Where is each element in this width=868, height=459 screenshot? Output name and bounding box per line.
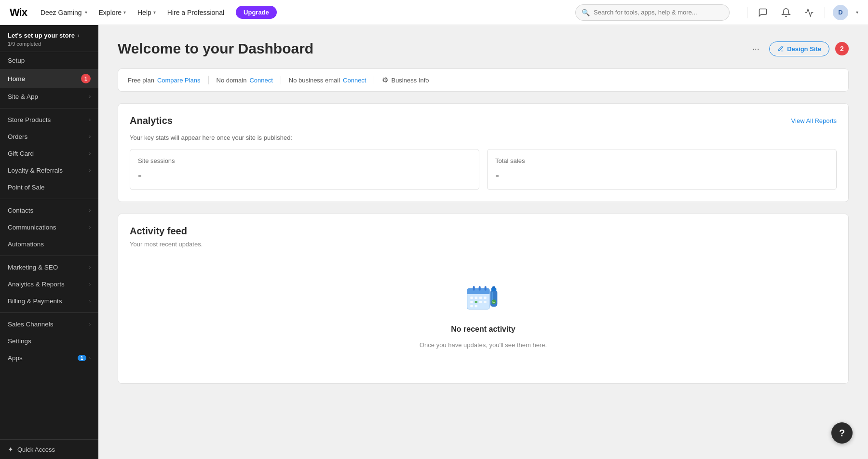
page-header: Welcome to your Dashboard ··· Design Sit… [118,40,849,57]
sidebar-item-analytics[interactable]: Analytics & Reports › [0,276,98,293]
activity-empty-state: % No recent activity Once you have updat… [130,256,837,372]
sidebar-item-setup[interactable]: Setup [0,52,98,69]
svg-rect-18 [492,286,496,288]
sidebar-item-home[interactable]: Home 1 [0,69,98,88]
sidebar-item-site-app[interactable]: Site & App › [0,88,98,105]
notification-badge[interactable]: 2 [835,42,849,55]
view-all-reports-link[interactable]: View All Reports [791,117,837,124]
sidebar-sep-4 [0,312,98,313]
connect-domain-link[interactable]: Connect [249,77,272,84]
sidebar-sep-1 [0,108,98,108]
avatar-chevron[interactable]: ▾ [856,10,858,15]
nav-hire[interactable]: Hire a Professional [167,9,224,16]
quick-access-button[interactable]: ✦ Quick Access [8,446,91,453]
svg-rect-3 [473,286,475,290]
sidebar-apps-label: Apps [8,354,23,362]
sidebar-item-marketing[interactable]: Marketing & SEO › [0,259,98,276]
main-layout: Let's set up your store › 1/9 completed … [0,25,868,459]
analytics-card: Analytics View All Reports Your key stat… [118,103,849,202]
site-selector[interactable]: Deez Gaming ▾ [41,9,87,16]
search-bar[interactable]: 🔍 [575,4,730,21]
more-options-button[interactable]: ··· [748,41,763,56]
sidebar-item-contacts[interactable]: Contacts › [0,202,98,219]
info-business[interactable]: ⚙ Business Info [382,76,429,84]
search-input[interactable] [594,9,723,16]
sidebar-item-communications[interactable]: Communications › [0,219,98,236]
sidebar-item-orders[interactable]: Orders › [0,128,98,145]
marketing-chevron: › [89,265,91,270]
billing-chevron: › [89,298,91,304]
sidebar-bottom: ✦ Quick Access [0,439,98,459]
bell-icon-btn[interactable] [778,5,794,20]
gear-icon: ⚙ [382,76,388,84]
analytics-card-header: Analytics View All Reports [130,115,837,126]
svg-rect-6 [470,297,473,299]
compare-plans-link[interactable]: Compare Plans [157,77,201,84]
info-bar: Free plan Compare Plans No domain Connec… [118,68,849,92]
upgrade-button[interactable]: Upgrade [236,6,277,19]
info-sep-2 [281,76,281,84]
sidebar-item-settings[interactable]: Settings [0,333,98,350]
top-nav: Wix Deez Gaming ▾ Explore ▾ Help ▾ Hire … [0,0,868,25]
sidebar-item-apps[interactable]: Apps 1 › [0,350,98,366]
nav-icons: D ▾ [747,5,858,20]
stat-sales-label: Total sales [495,157,828,164]
sidebar-header: Let's set up your store › 1/9 completed [0,25,98,52]
announce-icon-btn[interactable] [801,5,817,20]
sidebar-site-app-label: Site & App [8,93,38,100]
svg-rect-15 [475,305,477,308]
help-fab-button[interactable]: ? [831,422,853,444]
site-name: Deez Gaming [41,9,82,16]
home-badge: 1 [81,74,91,83]
svg-rect-10 [470,301,473,303]
nav-divider-2 [825,7,825,18]
sidebar-sales-channels-label: Sales Channels [8,321,54,328]
info-sep-1 [208,76,209,84]
no-domain-label: No domain [217,77,247,84]
sidebar-item-loyalty[interactable]: Loyalty & Referrals › [0,162,98,179]
store-products-chevron: › [89,117,91,122]
activity-feed-card: Activity feed Your most recent updates. [118,214,849,384]
sidebar-item-gift-card[interactable]: Gift Card › [0,145,98,162]
activity-empty-title: No recent activity [451,325,515,334]
site-app-chevron: › [89,94,91,99]
sidebar-setup-label: Setup [8,57,25,64]
page-header-actions: ··· Design Site 2 [748,41,849,56]
stat-box-sessions: Site sessions - [130,149,479,190]
sidebar-item-automations[interactable]: Automations [0,236,98,253]
svg-rect-9 [484,297,486,299]
design-site-button[interactable]: Design Site [769,41,829,56]
setup-link[interactable]: Let's set up your store › [8,32,91,39]
svg-rect-14 [470,305,473,308]
activity-empty-icon: % [464,279,502,317]
chat-icon-btn[interactable] [755,5,771,20]
wix-logo: Wix [10,6,27,19]
gift-card-chevron: › [89,151,91,156]
sidebar-item-pos[interactable]: Point of Sale [0,179,98,196]
apps-chevron: › [89,355,91,361]
analytics-title: Analytics [130,115,173,126]
design-icon [777,45,784,52]
sidebar-item-billing[interactable]: Billing & Payments › [0,293,98,310]
stat-sessions-value: - [138,168,471,182]
setup-label: Let's set up your store [8,32,75,39]
site-selector-chevron: ▾ [85,10,87,15]
nav-explore[interactable]: Explore ▾ [99,9,126,16]
sidebar-sep-2 [0,199,98,199]
sidebar-item-sales-channels[interactable]: Sales Channels › [0,316,98,333]
avatar[interactable]: D [833,5,848,20]
orders-chevron: › [89,134,91,139]
sidebar-item-store-products[interactable]: Store Products › [0,111,98,128]
setup-progress: 1/9 completed [8,41,91,47]
setup-chevron: › [78,33,79,38]
svg-rect-8 [479,297,482,299]
info-plan: Free plan Compare Plans [128,77,201,84]
info-email: No business email Connect [289,77,366,84]
nav-help[interactable]: Help ▾ [137,9,156,16]
design-site-label: Design Site [787,45,821,53]
connect-email-link[interactable]: Connect [343,77,366,84]
free-plan-label: Free plan [128,77,154,84]
contacts-chevron: › [89,208,91,213]
sidebar-marketing-label: Marketing & SEO [8,264,58,271]
sidebar: Let's set up your store › 1/9 completed … [0,25,98,459]
